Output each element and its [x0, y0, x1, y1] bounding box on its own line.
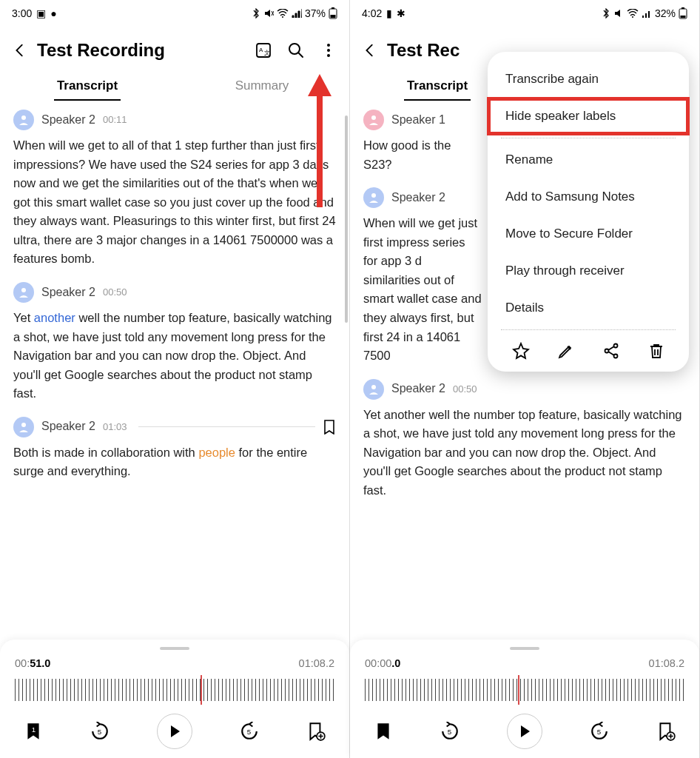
phone-right: 4:02 ▮ ✱ 32% Test Rec [350, 0, 700, 758]
svg-text:A: A [259, 47, 263, 53]
avatar-icon [13, 282, 34, 303]
drag-handle[interactable] [510, 647, 539, 650]
status-bar: 3:00 ▣ ● 37% [0, 0, 349, 27]
speaker-label[interactable]: Speaker 2 [391, 380, 445, 398]
svg-point-18 [632, 16, 633, 18]
clock-text: 3:00 [12, 7, 32, 19]
timestamp: 00:11 [103, 113, 127, 127]
svg-text:5: 5 [448, 728, 452, 736]
svg-point-11 [21, 115, 26, 120]
svg-text:文: 文 [264, 50, 270, 56]
scrollbar[interactable] [345, 115, 348, 323]
drag-handle[interactable] [160, 647, 189, 650]
svg-rect-20 [682, 7, 684, 9]
forward-5-icon[interactable]: 5 [240, 722, 259, 741]
play-button[interactable] [507, 714, 542, 749]
menu-move-secure-folder[interactable]: Move to Secure Folder [488, 215, 689, 252]
svg-point-22 [371, 115, 376, 120]
play-button[interactable] [157, 714, 192, 749]
tab-summary[interactable]: Summary [175, 73, 349, 101]
svg-point-12 [21, 288, 26, 292]
bluetooth-icon [602, 8, 610, 19]
menu-play-through-receiver[interactable]: Play through receiver [488, 252, 689, 289]
transcript-entry: Speaker 2 01:03 Both is made in collabor… [13, 417, 336, 481]
svg-rect-3 [331, 15, 336, 18]
forward-5-icon[interactable]: 5 [590, 722, 609, 741]
svg-rect-21 [681, 16, 686, 18]
svg-point-9 [327, 49, 330, 52]
timeline[interactable] [15, 677, 334, 703]
player-bar: 00:00.0 01:08.2 5 5 [350, 640, 699, 758]
divider [138, 426, 315, 427]
card-icon: ▮ [386, 7, 392, 19]
wifi-icon [277, 9, 289, 18]
phone-left: 3:00 ▣ ● 37% Test Record [0, 0, 350, 758]
speaker-label[interactable]: Speaker 2 [41, 417, 95, 436]
current-time: 00:00.0 [365, 657, 400, 669]
bookmark-button[interactable] [374, 722, 393, 741]
svg-text:1: 1 [32, 725, 36, 734]
bookmark-icon[interactable] [323, 420, 336, 435]
current-time: 00:51.0 [15, 657, 50, 669]
svg-point-10 [327, 54, 330, 57]
image-icon: ▣ [36, 7, 46, 19]
playhead[interactable] [201, 675, 202, 705]
battery-text: 37% [305, 7, 326, 19]
back-icon[interactable] [362, 42, 378, 58]
avatar-icon [363, 187, 384, 208]
menu-divider [501, 138, 676, 138]
battery-text: 32% [655, 7, 676, 19]
total-time: 01:08.2 [299, 657, 334, 669]
transcript-entry: Speaker 2 00:50 Yet another well the num… [363, 379, 686, 500]
menu-rename[interactable]: Rename [488, 141, 689, 178]
edit-icon[interactable] [557, 342, 575, 360]
svg-point-8 [327, 44, 330, 47]
timeline[interactable] [365, 677, 684, 703]
battery-icon [329, 7, 337, 19]
timestamp: 00:50 [103, 285, 127, 300]
entry-text: Yet another well the number top feature,… [363, 406, 686, 500]
bookmark-add-icon[interactable] [306, 722, 326, 741]
avatar-icon [13, 110, 34, 130]
svg-point-23 [371, 193, 376, 198]
menu-details[interactable]: Details [488, 289, 689, 326]
share-icon[interactable] [602, 342, 620, 360]
avatar-icon [13, 417, 34, 437]
link-word[interactable]: another [34, 311, 75, 324]
bluetooth-icon [252, 8, 260, 19]
search-icon[interactable] [287, 41, 305, 59]
link-word[interactable]: people [198, 446, 235, 459]
bookmark-button[interactable]: 1 [24, 722, 43, 741]
timestamp: 01:03 [103, 420, 127, 435]
menu-divider [501, 329, 676, 330]
menu-hide-speaker-labels[interactable]: Hide speaker labels [488, 98, 689, 135]
rewind-5-icon[interactable]: 5 [90, 722, 110, 741]
mute-icon [263, 8, 274, 19]
rewind-5-icon[interactable]: 5 [440, 722, 460, 741]
speaker-label[interactable]: Speaker 2 [41, 111, 95, 130]
entry-text: Both is made in collaboration with peopl… [13, 443, 336, 481]
total-time: 01:08.2 [649, 657, 684, 669]
accessibility-icon: ✱ [397, 7, 405, 19]
status-bar: 4:02 ▮ ✱ 32% [350, 0, 699, 27]
translate-icon[interactable]: A文 [255, 41, 272, 59]
menu-transcribe-again[interactable]: Transcribe again [488, 61, 689, 98]
speaker-label[interactable]: Speaker 2 [391, 189, 445, 207]
trash-icon[interactable] [647, 342, 665, 360]
star-icon[interactable] [512, 342, 530, 360]
svg-rect-2 [332, 7, 334, 9]
tab-transcript[interactable]: Transcript [0, 73, 175, 101]
menu-add-samsung-notes[interactable]: Add to Samsung Notes [488, 178, 689, 215]
svg-text:5: 5 [98, 728, 102, 736]
back-icon[interactable] [12, 42, 28, 58]
avatar-icon [363, 379, 384, 400]
speaker-label[interactable]: Speaker 1 [391, 111, 445, 130]
bookmark-add-icon[interactable] [656, 722, 676, 741]
more-icon[interactable] [320, 41, 337, 59]
speaker-label[interactable]: Speaker 2 [41, 284, 95, 302]
playhead[interactable] [518, 675, 519, 705]
entry-text: Yet another well the number top feature,… [13, 309, 336, 403]
svg-point-24 [371, 385, 376, 389]
entry-text: How good is the S23? [363, 136, 482, 174]
svg-point-13 [21, 423, 26, 427]
